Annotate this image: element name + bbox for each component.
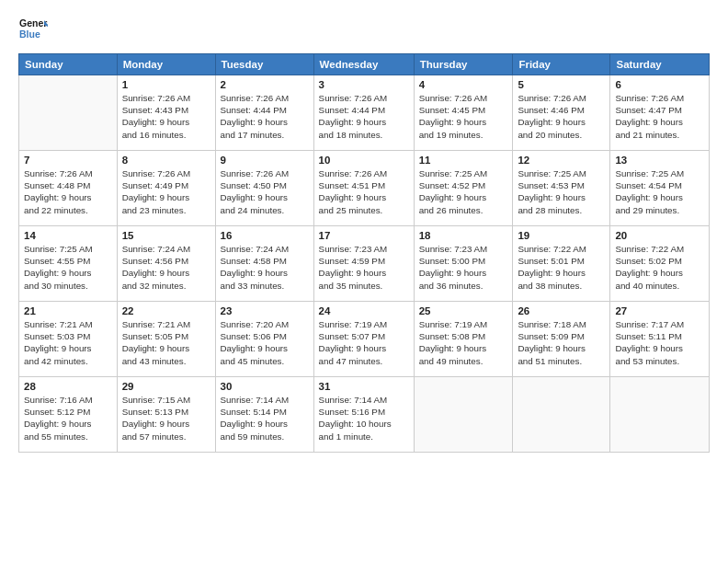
logo: General Blue <box>18 15 48 44</box>
header: General Blue <box>18 15 710 44</box>
weekday-header: Thursday <box>414 54 513 75</box>
day-number: 29 <box>122 381 210 392</box>
calendar-cell <box>19 75 118 151</box>
weekday-header: Saturday <box>610 54 710 75</box>
day-info: Sunrise: 7:26 AM Sunset: 4:44 PM Dayligh… <box>221 92 309 141</box>
day-info: Sunrise: 7:17 AM Sunset: 5:11 PM Dayligh… <box>615 318 704 367</box>
day-info: Sunrise: 7:16 AM Sunset: 5:12 PM Dayligh… <box>24 394 112 442</box>
svg-text:General: General <box>19 17 48 29</box>
day-number: 12 <box>518 155 605 166</box>
day-info: Sunrise: 7:15 AM Sunset: 5:13 PM Dayligh… <box>122 394 210 442</box>
calendar-cell: 17Sunrise: 7:23 AM Sunset: 4:59 PM Dayli… <box>313 226 414 302</box>
calendar-cell: 24Sunrise: 7:19 AM Sunset: 5:07 PM Dayli… <box>313 302 414 377</box>
calendar-table: SundayMondayTuesdayWednesdayThursdayFrid… <box>18 53 710 453</box>
day-info: Sunrise: 7:26 AM Sunset: 4:47 PM Dayligh… <box>615 92 704 141</box>
day-number: 31 <box>319 381 409 392</box>
day-info: Sunrise: 7:21 AM Sunset: 5:05 PM Dayligh… <box>122 318 210 367</box>
day-info: Sunrise: 7:25 AM Sunset: 4:52 PM Dayligh… <box>419 167 508 216</box>
calendar-cell: 25Sunrise: 7:19 AM Sunset: 5:08 PM Dayli… <box>414 302 513 377</box>
weekday-header: Sunday <box>19 54 118 75</box>
day-info: Sunrise: 7:26 AM Sunset: 4:44 PM Dayligh… <box>319 92 409 141</box>
calendar-cell: 20Sunrise: 7:22 AM Sunset: 5:02 PM Dayli… <box>610 226 710 302</box>
day-number: 8 <box>122 155 210 166</box>
day-number: 16 <box>221 230 309 241</box>
calendar-cell: 26Sunrise: 7:18 AM Sunset: 5:09 PM Dayli… <box>513 302 610 377</box>
calendar-cell: 21Sunrise: 7:21 AM Sunset: 5:03 PM Dayli… <box>19 302 118 377</box>
day-info: Sunrise: 7:24 AM Sunset: 4:58 PM Dayligh… <box>221 243 309 292</box>
day-number: 22 <box>122 305 210 316</box>
weekday-header: Monday <box>117 54 215 75</box>
calendar-cell: 16Sunrise: 7:24 AM Sunset: 4:58 PM Dayli… <box>215 226 313 302</box>
calendar-cell: 12Sunrise: 7:25 AM Sunset: 4:53 PM Dayli… <box>513 151 610 226</box>
calendar-cell: 7Sunrise: 7:26 AM Sunset: 4:48 PM Daylig… <box>19 151 118 226</box>
day-info: Sunrise: 7:24 AM Sunset: 4:56 PM Dayligh… <box>122 243 210 292</box>
day-number: 21 <box>24 305 112 316</box>
svg-text:Blue: Blue <box>19 29 40 40</box>
calendar-cell: 29Sunrise: 7:15 AM Sunset: 5:13 PM Dayli… <box>117 377 215 453</box>
day-info: Sunrise: 7:14 AM Sunset: 5:14 PM Dayligh… <box>221 394 309 442</box>
day-info: Sunrise: 7:26 AM Sunset: 4:45 PM Dayligh… <box>419 92 508 141</box>
day-number: 23 <box>221 305 309 316</box>
calendar-cell: 1Sunrise: 7:26 AM Sunset: 4:43 PM Daylig… <box>117 75 215 151</box>
day-info: Sunrise: 7:23 AM Sunset: 4:59 PM Dayligh… <box>319 243 409 292</box>
day-info: Sunrise: 7:26 AM Sunset: 4:49 PM Dayligh… <box>122 167 210 216</box>
calendar-cell <box>513 377 610 453</box>
weekday-header: Friday <box>513 54 610 75</box>
weekday-header: Wednesday <box>313 54 414 75</box>
day-number: 24 <box>319 305 409 316</box>
calendar-cell: 4Sunrise: 7:26 AM Sunset: 4:45 PM Daylig… <box>414 75 513 151</box>
calendar-week-row: 28Sunrise: 7:16 AM Sunset: 5:12 PM Dayli… <box>19 377 710 453</box>
calendar-cell: 19Sunrise: 7:22 AM Sunset: 5:01 PM Dayli… <box>513 226 610 302</box>
day-number: 4 <box>419 79 508 90</box>
day-number: 1 <box>122 79 210 90</box>
day-info: Sunrise: 7:25 AM Sunset: 4:53 PM Dayligh… <box>518 167 605 216</box>
day-number: 26 <box>518 305 605 316</box>
day-info: Sunrise: 7:26 AM Sunset: 4:50 PM Dayligh… <box>221 167 309 216</box>
day-number: 7 <box>24 155 112 166</box>
day-number: 15 <box>122 230 210 241</box>
day-info: Sunrise: 7:26 AM Sunset: 4:51 PM Dayligh… <box>319 167 409 216</box>
calendar-cell: 18Sunrise: 7:23 AM Sunset: 5:00 PM Dayli… <box>414 226 513 302</box>
calendar-cell: 9Sunrise: 7:26 AM Sunset: 4:50 PM Daylig… <box>215 151 313 226</box>
calendar-week-row: 21Sunrise: 7:21 AM Sunset: 5:03 PM Dayli… <box>19 302 710 377</box>
calendar-cell: 6Sunrise: 7:26 AM Sunset: 4:47 PM Daylig… <box>610 75 710 151</box>
calendar-header-row: SundayMondayTuesdayWednesdayThursdayFrid… <box>19 54 710 75</box>
day-info: Sunrise: 7:22 AM Sunset: 5:01 PM Dayligh… <box>518 243 605 292</box>
calendar-cell: 23Sunrise: 7:20 AM Sunset: 5:06 PM Dayli… <box>215 302 313 377</box>
day-number: 10 <box>319 155 409 166</box>
calendar-cell: 8Sunrise: 7:26 AM Sunset: 4:49 PM Daylig… <box>117 151 215 226</box>
day-info: Sunrise: 7:23 AM Sunset: 5:00 PM Dayligh… <box>419 243 508 292</box>
day-number: 6 <box>615 79 704 90</box>
day-info: Sunrise: 7:26 AM Sunset: 4:46 PM Dayligh… <box>518 92 605 141</box>
calendar-cell: 5Sunrise: 7:26 AM Sunset: 4:46 PM Daylig… <box>513 75 610 151</box>
day-info: Sunrise: 7:19 AM Sunset: 5:08 PM Dayligh… <box>419 318 508 367</box>
calendar-cell <box>610 377 710 453</box>
day-info: Sunrise: 7:25 AM Sunset: 4:54 PM Dayligh… <box>615 167 704 216</box>
day-number: 13 <box>615 155 704 166</box>
day-number: 3 <box>319 79 409 90</box>
calendar-week-row: 1Sunrise: 7:26 AM Sunset: 4:43 PM Daylig… <box>19 75 710 151</box>
day-info: Sunrise: 7:25 AM Sunset: 4:55 PM Dayligh… <box>24 243 112 292</box>
calendar-cell: 27Sunrise: 7:17 AM Sunset: 5:11 PM Dayli… <box>610 302 710 377</box>
day-number: 17 <box>319 230 409 241</box>
day-number: 30 <box>221 381 309 392</box>
day-number: 5 <box>518 79 605 90</box>
calendar-week-row: 14Sunrise: 7:25 AM Sunset: 4:55 PM Dayli… <box>19 226 710 302</box>
day-number: 27 <box>615 305 704 316</box>
calendar-cell: 22Sunrise: 7:21 AM Sunset: 5:05 PM Dayli… <box>117 302 215 377</box>
day-info: Sunrise: 7:26 AM Sunset: 4:48 PM Dayligh… <box>24 167 112 216</box>
calendar-cell: 28Sunrise: 7:16 AM Sunset: 5:12 PM Dayli… <box>19 377 118 453</box>
day-info: Sunrise: 7:26 AM Sunset: 4:43 PM Dayligh… <box>122 92 210 141</box>
calendar-cell: 13Sunrise: 7:25 AM Sunset: 4:54 PM Dayli… <box>610 151 710 226</box>
calendar-week-row: 7Sunrise: 7:26 AM Sunset: 4:48 PM Daylig… <box>19 151 710 226</box>
calendar-cell: 15Sunrise: 7:24 AM Sunset: 4:56 PM Dayli… <box>117 226 215 302</box>
day-info: Sunrise: 7:22 AM Sunset: 5:02 PM Dayligh… <box>615 243 704 292</box>
day-number: 20 <box>615 230 704 241</box>
weekday-header: Tuesday <box>215 54 313 75</box>
calendar-cell: 2Sunrise: 7:26 AM Sunset: 4:44 PM Daylig… <box>215 75 313 151</box>
day-info: Sunrise: 7:21 AM Sunset: 5:03 PM Dayligh… <box>24 318 112 367</box>
calendar-cell: 14Sunrise: 7:25 AM Sunset: 4:55 PM Dayli… <box>19 226 118 302</box>
day-number: 2 <box>221 79 309 90</box>
day-info: Sunrise: 7:18 AM Sunset: 5:09 PM Dayligh… <box>518 318 605 367</box>
day-number: 18 <box>419 230 508 241</box>
